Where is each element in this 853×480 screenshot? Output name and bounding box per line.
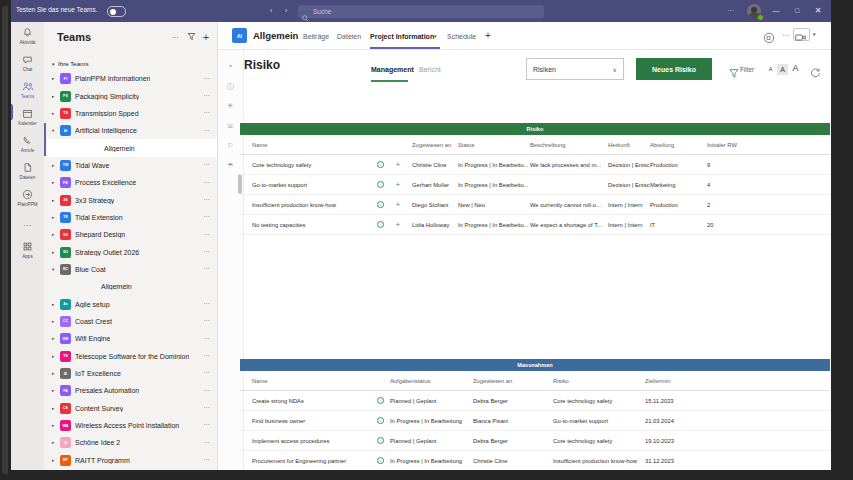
add-icon[interactable]: + [396, 162, 401, 168]
table-row[interactable]: Insufficient production know-how i + Die… [240, 195, 830, 215]
chevron-icon[interactable]: ▾ [52, 267, 60, 272]
chevron-icon[interactable]: ▸ [52, 440, 60, 445]
sidebar-item-teams[interactable]: Teams [11, 80, 44, 99]
meet-now-button[interactable] [793, 28, 810, 41]
tab-beitraege[interactable]: Beiträge [303, 33, 329, 40]
info-icon[interactable]: i [377, 397, 384, 404]
list-item[interactable]: ▸ PS Packaging Simplicity ··· [44, 87, 218, 104]
font-size-small-button[interactable]: A [766, 66, 775, 72]
sidebar-item-calendar[interactable]: Kalender [11, 107, 44, 126]
sidebar-item-more[interactable]: ··· [11, 220, 44, 230]
tab-management[interactable]: Management [371, 66, 414, 73]
list-item[interactable]: ▾ BC Blue Coat ··· [44, 261, 218, 278]
tab-project-information[interactable]: Project Information [370, 33, 434, 40]
more-options-icon[interactable]: ··· [204, 179, 211, 186]
minimize-button[interactable]: — [769, 4, 783, 18]
chevron-icon[interactable]: ▸ [52, 458, 60, 463]
list-item[interactable]: ▸ TS Transmission Spped ··· [44, 105, 218, 122]
table-row[interactable]: Go-to-market support i + Gerhart Moller … [240, 175, 830, 195]
close-button[interactable]: ✕ [811, 4, 825, 18]
list-item[interactable]: ▸ TW Tidal Wave ··· [44, 157, 218, 174]
info-circle-icon[interactable]: ⓘ [218, 82, 243, 92]
info-icon[interactable]: i [377, 201, 384, 208]
list-item[interactable]: ▸ RP RAITT Programm ··· [44, 452, 218, 469]
panel-more-icon[interactable]: ··· [169, 32, 181, 44]
titlebar-more-icon[interactable]: ··· [725, 5, 737, 17]
table-row[interactable]: No testing capacities i + Lidia Holloway… [240, 215, 830, 235]
forward-icon[interactable]: › [280, 4, 292, 17]
more-options-icon[interactable]: ··· [204, 92, 211, 99]
more-options-icon[interactable]: ··· [204, 213, 211, 220]
more-options-icon[interactable]: ··· [204, 161, 211, 168]
chevron-icon[interactable]: ▸ [52, 215, 60, 220]
add-icon[interactable]: + [396, 202, 401, 208]
chevron-icon[interactable]: ▸ [52, 198, 60, 203]
more-options-icon[interactable]: ··· [204, 127, 211, 134]
chevron-down-icon[interactable]: ▾ [434, 33, 437, 39]
meet-now-icon[interactable] [763, 30, 775, 42]
chevron-icon[interactable]: ▸ [52, 319, 60, 324]
sidebar-item-activity[interactable]: Aktivität [11, 26, 44, 45]
list-item[interactable]: ▸ PI PlainPPM Informationen ··· [44, 70, 218, 87]
more-options-icon[interactable]: ··· [204, 300, 211, 307]
list-item[interactable]: ▸ SI Schöne Idee 2 ··· [44, 434, 218, 451]
info-icon[interactable]: i [377, 457, 384, 464]
info-icon[interactable]: i [377, 181, 384, 188]
filter-button[interactable]: Filter [729, 64, 739, 74]
channel-more-icon[interactable]: ··· [780, 30, 792, 42]
font-size-medium-button[interactable]: A [777, 64, 788, 75]
chevron-icon[interactable]: ▸ [52, 371, 60, 376]
risk-filter-select[interactable]: Risiken ∨ [526, 58, 624, 80]
more-options-icon[interactable]: ··· [204, 109, 211, 116]
list-item[interactable]: ▸ SO Strategy Outlet 2026 ··· [44, 243, 218, 260]
more-options-icon[interactable]: ··· [204, 421, 211, 428]
chevron-icon[interactable]: ▸ [52, 163, 60, 168]
more-options-icon[interactable]: ··· [204, 265, 211, 272]
search-input[interactable]: Suche [298, 5, 544, 18]
table-row[interactable]: Implement access procedures i Planned | … [240, 431, 830, 451]
more-options-icon[interactable]: ··· [204, 75, 211, 82]
chevron-icon[interactable]: ▸ [52, 336, 60, 341]
table-row[interactable]: Find business owner i In Progress | In B… [240, 411, 830, 431]
list-item[interactable]: ▸ WE Wifi Engine ··· [44, 330, 218, 347]
list-item[interactable]: ▸ PE Process Excellence ··· [44, 174, 218, 191]
more-options-icon[interactable]: ··· [204, 335, 211, 342]
chevron-icon[interactable]: ▸ [52, 76, 60, 81]
info-icon[interactable]: i [377, 437, 384, 444]
list-item[interactable]: ▸ CS Content Survey ··· [44, 400, 218, 417]
chevron-icon[interactable]: ▸ [52, 354, 60, 359]
chevron-icon[interactable]: ▸ [52, 302, 60, 307]
network-icon[interactable]: ✳ [218, 102, 243, 110]
sidebar-item-plainppm[interactable]: PlainPPM [11, 188, 44, 207]
more-options-icon[interactable]: ··· [204, 439, 211, 446]
tab-bericht[interactable]: Bericht [419, 66, 441, 73]
chevron-icon[interactable]: ▸ [52, 388, 60, 393]
list-item[interactable]: ▸ IE IoT Excellence ··· [44, 365, 218, 382]
table-row[interactable]: Procurement for Engineering partner i In… [240, 451, 830, 470]
more-options-icon[interactable]: ··· [204, 317, 211, 324]
tab-dateien[interactable]: Dateien [337, 33, 361, 40]
section-your-teams[interactable]: ▾ Ihre Teams [52, 58, 212, 70]
list-item[interactable]: Allgemein [47, 139, 217, 156]
filter-icon[interactable] [185, 32, 197, 44]
add-icon[interactable]: + [396, 222, 401, 228]
more-options-icon[interactable]: ··· [204, 196, 211, 203]
tab-schedule[interactable]: Schedule [447, 33, 476, 40]
more-options-icon[interactable]: ··· [204, 248, 211, 255]
add-team-icon[interactable]: + [200, 32, 212, 44]
chevron-icon[interactable]: ▸ [52, 406, 60, 411]
table-row[interactable]: Create strong NDAs i Planned | Geplant D… [240, 391, 830, 411]
refresh-icon[interactable] [810, 64, 821, 75]
new-teams-toggle[interactable] [107, 6, 126, 17]
new-risk-button[interactable]: Neues Risiko [636, 58, 712, 80]
list-item[interactable]: ▸ 3S 3x3 Strategy ··· [44, 191, 218, 208]
chevron-icon[interactable]: ▸ [52, 423, 60, 428]
chevron-icon[interactable]: ▸ [52, 111, 60, 116]
info-icon[interactable]: i [377, 221, 384, 228]
list-item[interactable]: ▸ SD Shepard Design ··· [44, 226, 218, 243]
chevron-icon[interactable]: ▾ [52, 128, 60, 133]
info-icon[interactable]: i [377, 161, 384, 168]
back-icon[interactable]: ‹ [265, 4, 277, 17]
more-options-icon[interactable]: ··· [204, 231, 211, 238]
sidebar-item-apps[interactable]: Apps [11, 240, 44, 259]
